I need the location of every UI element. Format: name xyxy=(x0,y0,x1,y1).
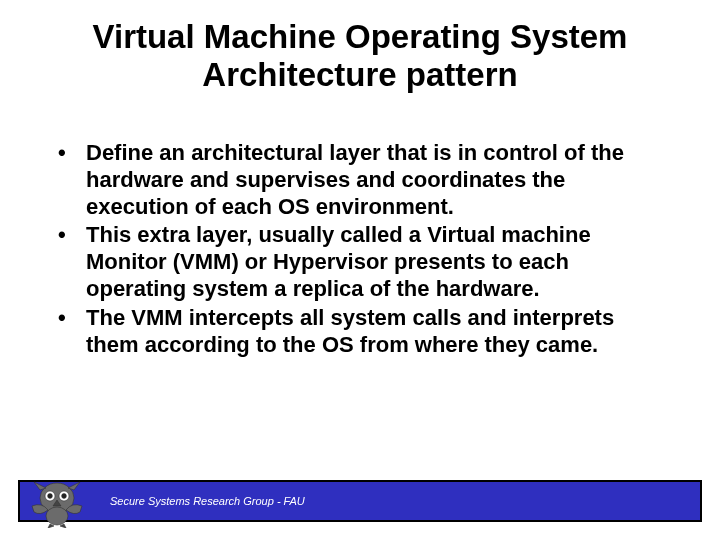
footer-text: Secure Systems Research Group - FAU xyxy=(110,495,305,507)
content-area: Define an architectural layer that is in… xyxy=(48,140,672,361)
slide-title: Virtual Machine Operating System Archite… xyxy=(0,18,720,94)
bullet-list: Define an architectural layer that is in… xyxy=(48,140,672,359)
svg-point-5 xyxy=(46,507,68,525)
bullet-item: The VMM intercepts all system calls and … xyxy=(48,305,672,359)
bullet-item: Define an architectural layer that is in… xyxy=(48,140,672,220)
owl-logo-icon xyxy=(28,476,86,528)
footer-bar: Secure Systems Research Group - FAU xyxy=(18,480,702,522)
slide: Virtual Machine Operating System Archite… xyxy=(0,0,720,540)
bullet-item: This extra layer, usually called a Virtu… xyxy=(48,222,672,302)
svg-point-3 xyxy=(48,494,53,499)
svg-point-4 xyxy=(62,494,67,499)
